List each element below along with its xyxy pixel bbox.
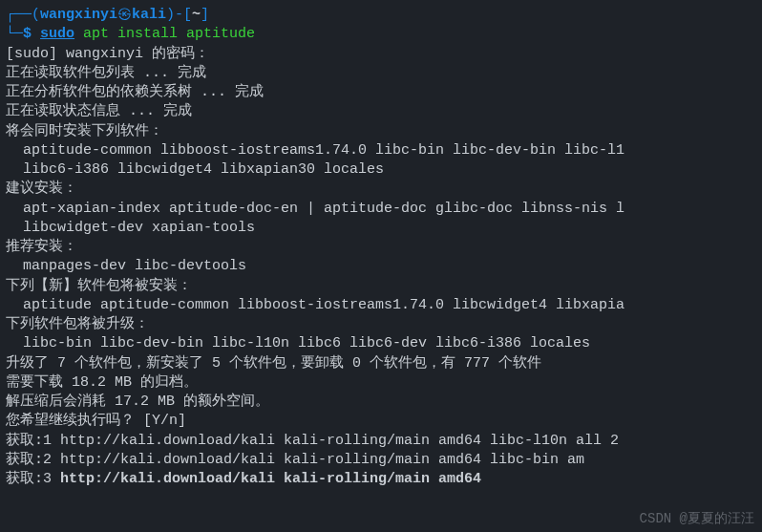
output-summary-2: 需要下载 18.2 MB 的归档。 (6, 373, 756, 393)
output-suggest-2: libcwidget-dev xapian-tools (6, 219, 756, 238)
cmd-rest[interactable]: apt install aptitude (74, 26, 255, 42)
output-fetch-3: 获取:3 http://kali.download/kali kali-roll… (6, 470, 756, 489)
output-fetch-1: 获取:1 http://kali.download/kali kali-roll… (6, 432, 756, 451)
watermark: CSDN @夏夏的汪汪 (640, 510, 754, 528)
prompt-user: wangxinyi (40, 7, 117, 23)
output-state: 正在读取状态信息 ... 完成 (6, 102, 756, 121)
output-new-1: aptitude aptitude-common libboost-iostre… (6, 296, 756, 315)
output-upgrade-header: 下列软件包将被升级： (6, 315, 756, 334)
prompt-line-2: └─$ sudo apt install aptitude (6, 25, 756, 44)
output-suggest-1: apt-xapian-index aptitude-doc-en | aptit… (6, 200, 756, 219)
output-recommend-1: manpages-dev libc-devtools (6, 257, 756, 276)
output-upgrade-1: libc-bin libc-dev-bin libc-l10n libc6 li… (6, 334, 756, 353)
output-suggest-header: 建议安装： (6, 180, 756, 199)
output-read-pkg: 正在读取软件包列表 ... 完成 (6, 64, 756, 83)
output-fetch-2: 获取:2 http://kali.download/kali kali-roll… (6, 451, 756, 470)
output-new-header: 下列【新】软件包将被安装： (6, 277, 756, 296)
output-sudo-password: [sudo] wangxinyi 的密码： (6, 45, 756, 64)
prompt-path: ~ (192, 7, 201, 23)
output-summary-1: 升级了 7 个软件包，新安装了 5 个软件包，要卸载 0 个软件包，有 777 … (6, 354, 756, 373)
output-also-header: 将会同时安装下列软件： (6, 122, 756, 141)
output-dep-tree: 正在分析软件包的依赖关系树 ... 完成 (6, 83, 756, 102)
output-recommend-header: 推荐安装： (6, 238, 756, 257)
cmd-sudo[interactable]: sudo (40, 26, 74, 42)
output-also-2: libc6-i386 libcwidget4 libxapian30 local… (6, 160, 756, 180)
prompt-host: kali (132, 7, 166, 23)
prompt-line-1: ┌──(wangxinyi㉿kali)-[~] (6, 6, 756, 25)
output-summary-3: 解压缩后会消耗 17.2 MB 的额外空间。 (6, 393, 756, 412)
output-also-1: aptitude-common libboost-iostreams1.74.0… (6, 141, 756, 160)
output-confirm[interactable]: 您希望继续执行吗？ [Y/n] (6, 412, 756, 431)
